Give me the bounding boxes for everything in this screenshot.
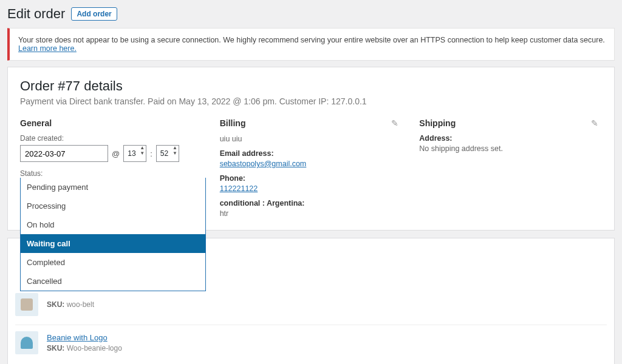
date-created-label: Date created: — [20, 134, 203, 143]
notice-text: Your store does not appear to be using a… — [18, 36, 605, 44]
sku-line: SKU: woo-belt — [47, 300, 94, 309]
shipping-addr-value: No shipping address set. — [419, 144, 503, 153]
at-symbol: @ — [112, 149, 120, 158]
spinner-icon[interactable]: ▲▼ — [173, 148, 177, 159]
product-thumb — [15, 293, 38, 316]
minute-value: 52 — [160, 149, 168, 158]
billing-name: uiu uiu — [220, 135, 242, 143]
sku-line: SKU: Woo-beanie-logo — [47, 344, 122, 352]
status-option-processing[interactable]: Processing — [21, 197, 205, 215]
page-title: Edit order — [7, 6, 65, 22]
status-label: Status: — [20, 169, 203, 178]
date-input[interactable] — [20, 145, 108, 162]
shipping-heading: Shipping — [419, 118, 602, 128]
pencil-icon[interactable]: ✎ — [391, 118, 398, 128]
product-name-link[interactable]: Beanie with Logo — [47, 333, 122, 342]
line-item: Beanie with Logo SKU: Woo-beanie-logo — [15, 325, 607, 363]
status-option-waiting-call[interactable]: Waiting call — [21, 234, 205, 253]
add-order-button[interactable]: Add order — [71, 7, 117, 21]
billing-heading: Billing — [220, 118, 403, 128]
time-colon: : — [150, 149, 152, 158]
line-item: SKU: woo-belt — [15, 287, 607, 325]
billing-email-link[interactable]: sebastopolys@gmail.com — [220, 160, 307, 168]
shipping-section: ✎ Shipping Address: No shipping address … — [419, 118, 602, 218]
order-title: Order #77 details — [20, 78, 602, 94]
general-section: General Date created: @ 13 ▲▼ : 52 ▲▼ St… — [20, 118, 203, 218]
general-heading: General — [20, 118, 203, 128]
billing-cond-value: htr — [220, 209, 229, 218]
billing-phone-label: Phone: — [220, 174, 403, 183]
status-dropdown: Pending payment Processing On hold Waiti… — [20, 178, 206, 291]
notice-learn-more-link[interactable]: Learn more here. — [18, 44, 77, 53]
pencil-icon[interactable]: ✎ — [591, 118, 598, 128]
shipping-addr-label: Address: — [419, 134, 602, 143]
status-option-completed[interactable]: Completed — [21, 253, 205, 272]
billing-email-label: Email address: — [220, 149, 403, 158]
spinner-icon[interactable]: ▲▼ — [140, 148, 145, 159]
status-option-cancelled[interactable]: Cancelled — [21, 272, 205, 291]
billing-section: ✎ Billing uiu uiu Email address: sebasto… — [220, 118, 403, 218]
product-thumb — [15, 331, 38, 354]
order-details-panel: Order #77 details Payment via Direct ban… — [7, 67, 615, 231]
hour-stepper[interactable]: 13 ▲▼ — [123, 145, 146, 162]
status-option-pending[interactable]: Pending payment — [21, 178, 205, 197]
billing-phone-link[interactable]: 112221122 — [220, 184, 258, 193]
billing-cond-label: conditional : Argentina: — [220, 199, 403, 207]
order-subline: Payment via Direct bank transfer. Paid o… — [20, 96, 602, 106]
security-notice: Your store does not appear to be using a… — [7, 28, 615, 61]
minute-stepper[interactable]: 52 ▲▼ — [156, 145, 179, 162]
status-option-on-hold[interactable]: On hold — [21, 215, 205, 234]
hour-value: 13 — [128, 149, 135, 158]
